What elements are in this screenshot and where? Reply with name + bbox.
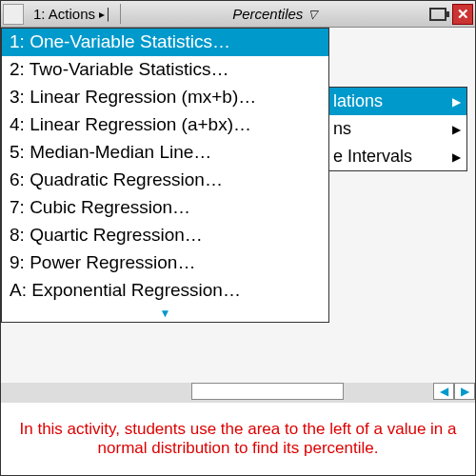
horizontal-scrollbar: ◀ ▶	[1, 383, 475, 402]
app-window: 1: Actions ▸│ Percentiles ▽ ✕ 1: One-Var…	[0, 0, 476, 476]
stat-calculations-menu: 1: One-Variable Statistics… 2: Two-Varia…	[1, 28, 329, 323]
menu-item-linear-mx-b[interactable]: 3: Linear Regression (mx+b)…	[2, 84, 328, 111]
menu-scroll-down-icon[interactable]: ▼	[2, 305, 328, 322]
menu-item-exponential[interactable]: A: Exponential Regression…	[2, 277, 328, 305]
menu-item-linear-a-bx[interactable]: 4: Linear Regression (a+bx)…	[2, 111, 328, 139]
chevron-right-icon: ▶	[452, 95, 461, 109]
chevron-right-icon: ▶	[452, 123, 461, 136]
scroll-left-button[interactable]: ◀	[433, 383, 454, 400]
document-title: Percentiles ▽	[121, 6, 429, 22]
menu-item-power[interactable]: 9: Power Regression…	[2, 249, 328, 277]
activity-caption: In this activity, students use the area …	[1, 402, 475, 475]
submenu-item-intervals[interactable]: e Intervals ▶	[327, 143, 466, 170]
close-button[interactable]: ✕	[452, 4, 473, 25]
menu-item-quartic[interactable]: 8: Quartic Regression…	[2, 222, 328, 249]
actions-menu-button[interactable]: 1: Actions ▸│	[26, 4, 121, 24]
chevron-down-icon: ▽	[308, 8, 317, 21]
menu-item-two-variable[interactable]: 2: Two-Variable Statistics…	[2, 56, 328, 84]
app-icon	[3, 4, 24, 25]
menu-item-cubic[interactable]: 7: Cubic Regression…	[2, 194, 328, 222]
submenu-panel: lations ▶ ns ▶ e Intervals ▶	[327, 87, 467, 171]
menu-item-median-median[interactable]: 5: Median-Median Line…	[2, 139, 328, 167]
toolbar: 1: Actions ▸│ Percentiles ▽ ✕	[1, 1, 475, 28]
chevron-right-icon: ▶	[452, 150, 461, 164]
menu-item-one-variable[interactable]: 1: One-Variable Statistics…	[2, 29, 328, 56]
actions-label: 1: Actions	[33, 6, 95, 22]
chevron-right-icon: ▸│	[99, 8, 112, 21]
submenu-item-ns[interactable]: ns ▶	[327, 115, 466, 143]
battery-icon	[429, 8, 446, 21]
scroll-thumb[interactable]	[191, 383, 344, 400]
menu-item-quadratic[interactable]: 6: Quadratic Regression…	[2, 167, 328, 194]
submenu-item-calculations[interactable]: lations ▶	[327, 88, 466, 115]
workspace: 1: One-Variable Statistics… 2: Two-Varia…	[1, 28, 475, 402]
scroll-right-button[interactable]: ▶	[454, 383, 475, 400]
